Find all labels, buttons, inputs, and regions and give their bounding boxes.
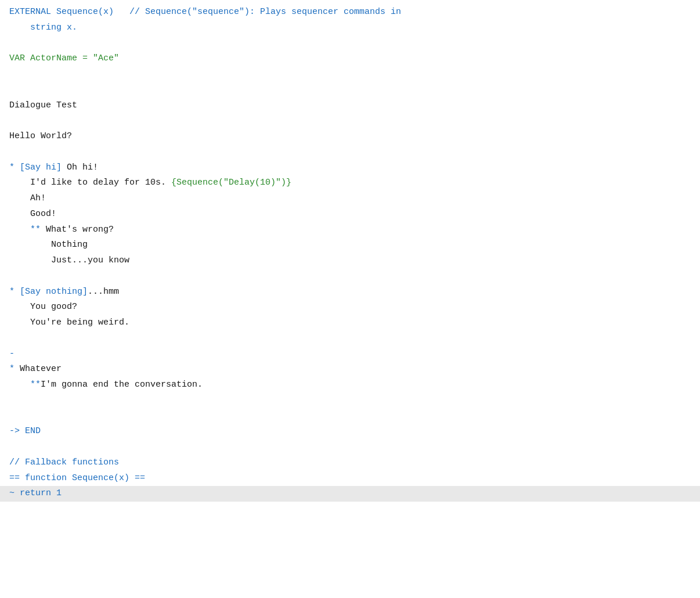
code-line: -	[0, 347, 700, 362]
code-line	[0, 67, 700, 82]
code-line	[0, 393, 700, 409]
code-editor: EXTERNAL Sequence(x) // Sequence("sequen…	[0, 0, 700, 598]
code-line	[0, 36, 700, 52]
code-line: You're being weird.	[0, 315, 700, 331]
code-line	[0, 331, 700, 347]
code-line	[0, 82, 700, 98]
code-line	[0, 113, 700, 129]
code-line: // Fallback functions	[0, 455, 700, 471]
code-line: ~ return 1	[0, 486, 700, 502]
code-line: ** What's wrong?	[0, 222, 700, 238]
code-line: == function Sequence(x) ==	[0, 471, 700, 487]
code-line: **I'm gonna end the conversation.	[0, 377, 700, 393]
code-line: Nothing	[0, 237, 700, 253]
code-line: string x.	[0, 20, 700, 36]
code-line: I'd like to delay for 10s. {Sequence("De…	[0, 175, 700, 191]
code-line	[0, 409, 700, 424]
code-line: EXTERNAL Sequence(x) // Sequence("sequen…	[0, 5, 700, 20]
code-line	[0, 269, 700, 284]
code-line: -> END	[0, 424, 700, 440]
code-line: * Whatever	[0, 362, 700, 377]
code-line: You good?	[0, 300, 700, 315]
code-line: VAR ActorName = "Ace"	[0, 51, 700, 67]
code-line: * [Say hi] Oh hi!	[0, 160, 700, 176]
code-line: * [Say nothing]...hmm	[0, 284, 700, 300]
code-line	[0, 145, 700, 160]
code-line: Hello World?	[0, 129, 700, 145]
code-line: Ah!	[0, 191, 700, 207]
code-line: Just...you know	[0, 253, 700, 269]
code-line: Good!	[0, 207, 700, 222]
code-line: Dialogue Test	[0, 98, 700, 114]
code-line	[0, 440, 700, 455]
